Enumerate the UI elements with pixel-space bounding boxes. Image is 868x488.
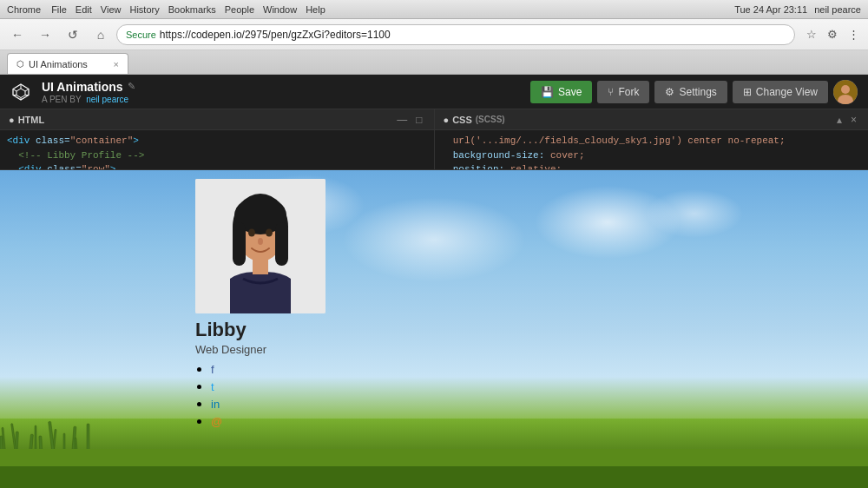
star-icon[interactable]: ☆ [802,25,821,44]
html-panel-maximize[interactable]: □ [413,114,424,126]
link-website[interactable]: @ [211,413,326,429]
svg-point-33 [266,229,273,237]
os-datetime: Tue 24 Apr 23:11 [734,4,807,15]
codepen-actions: 💾 Save ⑂ Fork ⚙ Settings ⊞ Change View [530,80,858,104]
author-name[interactable]: neil pearce [86,95,128,104]
app-name: Chrome [7,4,41,15]
css-lang-label: ● CSS (SCSS) [444,115,505,125]
html-lang-label: ● HTML [9,115,44,125]
view-icon: ⊞ [743,86,752,98]
save-button[interactable]: 💾 Save [530,81,592,103]
refresh-button[interactable]: ↺ [61,23,85,46]
profile-card: Libby Web Designer f t in @ [187,170,334,439]
menu-bookmarks[interactable]: Bookmarks [168,4,216,15]
css-panel-close[interactable]: × [848,114,859,126]
more-icon[interactable]: ⋮ [844,25,863,44]
menu-help[interactable]: Help [306,4,326,15]
edit-title-icon[interactable]: ✎ [128,81,135,92]
html-panel-controls[interactable]: — □ [394,114,424,126]
profile-name: Libby [195,319,326,341]
profile-role: Web Designer [195,343,326,356]
website-link[interactable]: @ [211,415,222,428]
profile-illustration [195,179,326,313]
css-panel-header: ● CSS (SCSS) ▴ × [435,109,869,130]
codepen-logo-svg [12,83,30,101]
svg-marker-1 [16,89,25,98]
link-linkedin[interactable]: in [211,396,326,412]
svg-point-32 [248,229,255,237]
menu-file[interactable]: File [51,4,67,15]
project-title: UI Animations [42,80,123,94]
forward-button[interactable]: → [33,23,57,46]
svg-rect-25 [0,466,868,488]
user-avatar[interactable] [833,80,858,104]
css-line-2: background-size: cover; [442,148,862,163]
css-editor-content[interactable]: url('...img/.../fields_cloudy_sky1.jpg')… [435,130,869,169]
save-icon: 💾 [541,86,554,98]
twitter-link[interactable]: t [211,380,214,393]
profile-links: f t in @ [195,361,326,429]
tab-bar: ⬡ UI Animations × [0,50,868,75]
editor-area: ● HTML — □ <div class="container"> <!-- … [0,109,868,170]
css-editor-panel: ● CSS (SCSS) ▴ × url('...img/.../fields_… [435,109,869,169]
refresh-icon: ↺ [68,28,78,42]
menu-window[interactable]: Window [263,4,297,15]
code-line-2: <!-- Libby Profile --> [7,148,427,163]
preview-area: Libby Web Designer f t in @ [0,170,868,488]
url-text: https://codepen.io/2975/pen/gzZxGi?edito… [160,29,391,41]
os-user: neil pearce [814,4,861,15]
code-line-3: <div class="row"> [7,162,427,169]
svg-rect-30 [233,222,246,266]
link-twitter[interactable]: t [211,379,326,394]
home-button[interactable]: ⌂ [89,23,113,46]
html-editor-content[interactable]: <div class="container"> <!-- Libby Profi… [0,130,434,169]
menu-view[interactable]: View [101,4,122,15]
back-icon: ← [11,28,23,42]
home-icon: ⌂ [97,28,104,42]
fork-button[interactable]: ⑂ Fork [597,81,649,103]
url-bar[interactable]: Secure https://codepen.io/2975/pen/gzZxG… [116,24,795,45]
svg-point-9 [841,85,850,94]
html-panel-minimize[interactable]: — [394,114,410,126]
facebook-link[interactable]: f [211,363,214,376]
close-tab-button[interactable]: × [114,59,119,69]
css-line-1: url('...img/.../fields_cloudy_sky1.jpg')… [442,134,862,148]
svg-rect-31 [275,222,288,266]
os-right-items: Tue 24 Apr 23:11 neil pearce [734,4,861,15]
menu-edit[interactable]: Edit [76,4,92,15]
link-facebook[interactable]: f [211,361,326,377]
css-line-3: position: relative; [442,162,862,169]
change-view-button[interactable]: ⊞ Change View [733,81,828,103]
nav-right-icons: ☆ ⚙ ⋮ [802,25,863,44]
code-line-1: <div class="container"> [7,134,427,148]
fork-icon: ⑂ [608,86,614,98]
active-tab[interactable]: ⬡ UI Animations × [7,53,128,74]
avatar-image [833,80,858,104]
settings-icon[interactable]: ⚙ [823,25,842,44]
chrome-nav-bar: ← → ↺ ⌂ Secure https://codepen.io/2975/p… [0,19,868,50]
pen-by-label: A PEN BY [42,95,81,104]
grass-area [0,419,868,488]
html-editor-panel: ● HTML — □ <div class="container"> <!-- … [0,109,435,169]
settings-gear-icon: ⚙ [665,86,674,98]
codepen-header: UI Animations ✎ A PEN BY neil pearce 💾 S… [0,75,868,109]
codepen-logo [10,82,31,102]
css-panel-collapse[interactable]: ▴ [834,114,845,126]
forward-icon: → [39,28,51,42]
secure-label: Secure [126,30,156,40]
tab-title: UI Animations [29,59,88,69]
svg-point-34 [258,238,263,245]
html-panel-header: ● HTML — □ [0,109,434,130]
css-panel-controls[interactable]: ▴ × [834,114,859,126]
svg-rect-35 [253,257,268,274]
settings-button[interactable]: ⚙ Settings [654,81,727,103]
profile-photo [195,179,326,313]
grass-svg [0,419,868,488]
linkedin-link[interactable]: in [211,398,220,411]
menu-history[interactable]: History [129,4,159,15]
back-button[interactable]: ← [5,23,30,46]
menu-people[interactable]: People [225,4,254,15]
tab-favicon: ⬡ [16,59,24,69]
os-title-bar: Chrome File Edit View History Bookmarks … [0,0,868,19]
os-menu-bar[interactable]: File Edit View History Bookmarks People … [51,4,326,15]
